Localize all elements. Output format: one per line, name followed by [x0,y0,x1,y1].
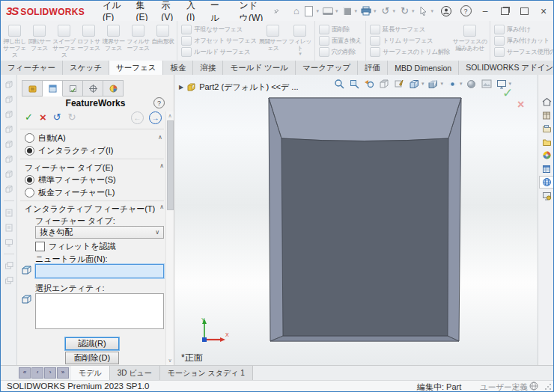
home-tab-icon[interactable] [539,95,554,108]
extend-surface-button[interactable]: 延長サーフェス [370,25,450,34]
delete-hole-button[interactable]: 穴の削除 [319,47,362,57]
new-caret-icon[interactable]: ▾ [316,8,319,14]
configuration-manager-tab[interactable] [63,80,83,97]
file-explorer-icon[interactable] [539,135,554,148]
save-caret-icon[interactable]: ▾ [354,8,357,14]
tab-features[interactable]: フィーチャー [1,61,63,75]
delete-face-button[interactable]: 面削除(D) [65,352,119,364]
minimize-button[interactable]: – [475,3,495,19]
tree-expand-icon[interactable]: ▶ [179,84,183,91]
scroll-down-icon[interactable]: ∨ [166,358,174,364]
restore-button[interactable] [495,3,514,19]
ruled-surface-button[interactable]: ルールド サーフェス [181,47,257,57]
tab-mold-tools[interactable]: モールド ツール [223,61,296,75]
redo-recognition-icon[interactable]: ↻ [68,111,76,123]
new-document-icon[interactable] [302,4,315,17]
open-icon[interactable] [322,4,335,17]
help-icon[interactable]: ? [456,3,475,19]
custom-properties-icon[interactable] [539,162,554,175]
undo-recognition-icon[interactable]: ↺ [53,111,61,123]
units-caret-icon[interactable]: ▴ [514,383,517,389]
body-cube-icon[interactable] [4,140,13,149]
offset-surface-button[interactable]: オフセット サーフェス [181,36,257,46]
part-model[interactable] [264,96,462,344]
maximize-button[interactable] [514,3,534,19]
standard-features-radio[interactable]: 標準フィーチャー(S) [25,174,116,186]
mode-interactive-radio[interactable]: インタラクティブ(I) [25,145,113,156]
resize-grip[interactable] [544,383,552,391]
undo-icon[interactable]: ↺ [379,4,392,17]
cancel-button[interactable]: × [40,112,46,122]
zoom-area-icon[interactable] [348,78,360,90]
model-tab[interactable]: モデル [71,366,110,380]
first-sheet-button[interactable]: « [19,367,31,379]
hide-show-caret-icon[interactable]: ▾ [460,81,463,87]
view-palette-icon[interactable] [539,149,554,162]
previous-view-icon[interactable] [363,78,375,90]
body-cube-icon[interactable] [4,125,13,134]
hide-show-items-icon[interactable] [446,78,458,90]
status-globe-icon[interactable] [529,382,538,392]
tab-surfaces[interactable]: サーフェス [109,61,163,75]
fill-surface-button[interactable]: フィルサーフェス [126,22,150,59]
thicken-button[interactable]: 厚み付け [494,25,553,34]
body-cube-icon[interactable] [4,80,13,89]
loft-surface-button[interactable]: ロフトサーフェス [76,22,101,59]
display-style-caret-icon[interactable]: ▾ [441,81,444,87]
revolve-surface-button[interactable]: 回転サーフェス [27,22,52,59]
mode-auto-radio[interactable]: 自動(A) [25,132,66,144]
redo-caret-icon[interactable]: ▾ [412,8,415,14]
untrim-surface-button[interactable]: サーフェスのトリム解除 [370,47,450,57]
sheet-icon[interactable] [4,223,13,232]
open-caret-icon[interactable]: ▾ [335,8,338,14]
sweep-surface-button[interactable]: スイープサーフェス [52,22,76,59]
home-icon[interactable]: ⌂ [290,4,302,17]
print-icon[interactable] [360,4,373,17]
featureworks-tab[interactable] [43,80,63,97]
tree-root-label[interactable]: Part2 (デフォルト) <<デ ... [199,82,298,93]
section-collapse-icon[interactable]: ∧ [159,203,164,215]
scroll-up-icon[interactable]: ∧ [166,113,174,119]
pin-menu-icon[interactable] [273,6,279,16]
display-manager-tab[interactable] [103,80,124,97]
boundary-surface-button[interactable]: 境界サーフェス [101,22,126,59]
neutral-plane-selection-box[interactable] [35,264,164,278]
delete-face-button[interactable]: 面削除 [319,25,362,34]
body-cube-icon[interactable] [4,185,13,194]
tab-evaluate[interactable]: 評価 [358,61,388,75]
previous-sheet-button[interactable]: ‹ [31,367,43,379]
property-manager-tab[interactable] [22,80,43,97]
monitor-small-icon[interactable] [4,238,13,247]
section-view-icon[interactable] [378,78,390,90]
replace-face-button[interactable]: 面置き換え [319,36,362,46]
solidworks-resources-icon[interactable] [539,108,554,121]
tab-weldments[interactable]: 溶接 [193,61,223,75]
select-icon[interactable] [417,4,430,17]
panel-help-icon[interactable]: ? [153,97,165,108]
tab-solidworks-addins[interactable]: SOLIDWORKS アドイン [459,61,554,75]
section-collapse-icon[interactable]: ∧ [159,162,164,174]
confirm-cancel-icon[interactable]: × [517,98,524,111]
panel-scrollbar[interactable]: ∧ ∨ [165,111,174,365]
zoom-fit-icon[interactable] [333,78,345,90]
motion-study-tab[interactable]: モーション スタディ 1 [160,366,253,380]
fillet-button[interactable]: フィレット▾ [287,22,313,59]
annotations-icon[interactable] [393,78,405,90]
extrude-surface-button[interactable]: 押し出しサーフェス [2,22,27,59]
view-orientation-caret-icon[interactable]: ▾ [421,81,424,87]
knit-surface-button[interactable]: サーフェスの編みあわせ [452,22,488,59]
tab-markup[interactable]: マークアップ [296,61,358,75]
sheetmetal-features-radio[interactable]: 板金フィーチャー(L) [25,187,115,198]
ok-button[interactable]: ✓ [25,111,33,123]
tab-mbd-dimension[interactable]: MBD Dimension [388,61,459,75]
scrollbar-thumb[interactable] [167,120,174,210]
edit-appearance-icon[interactable] [466,78,478,90]
apply-scene-icon[interactable] [481,78,493,90]
thickened-cut-button[interactable]: 厚み付けカット [494,36,553,46]
dimxpert-manager-tab[interactable] [83,80,103,97]
tab-sheet-metal[interactable]: 板金 [163,61,193,75]
flatten-surface-button[interactable]: 展開サーフェス [259,22,287,59]
planar-surface-button[interactable]: 平坦なサーフェス [181,25,257,34]
user-account-icon[interactable] [436,3,456,19]
body-cube-icon[interactable] [4,155,13,164]
